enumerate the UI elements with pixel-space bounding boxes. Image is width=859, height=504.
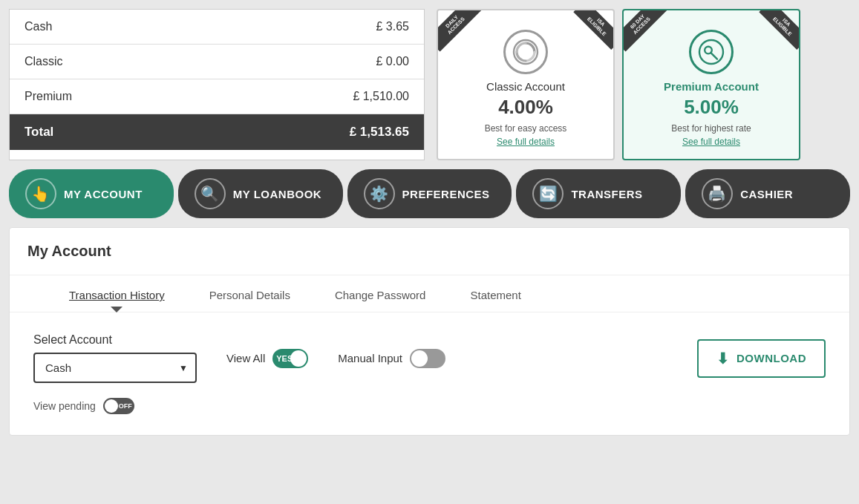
nav-cashier-label: CASHIER — [740, 188, 793, 200]
select-account-input[interactable]: Cash Classic Premium — [33, 353, 197, 383]
manual-input-group: Manual Input NO — [338, 349, 445, 368]
balance-row-amount: £ 1,510.00 — [202, 79, 424, 114]
view-all-group: View All YES — [226, 349, 308, 368]
classic-card-title: Classic Account — [447, 80, 604, 93]
tab-statement[interactable]: Statement — [470, 275, 520, 312]
view-all-toggle-knob — [290, 350, 307, 367]
view-pending-toggle-label: OFF — [119, 402, 132, 410]
select-account-group: Select Account Cash Classic Premium ▼ — [33, 333, 197, 383]
balance-row-label: Classic — [10, 45, 202, 79]
view-pending-toggle[interactable]: OFF — [103, 398, 134, 414]
view-all-label: View All — [226, 352, 265, 364]
balance-row-label: Premium — [10, 79, 202, 114]
main-content: My Account Transaction History Personal … — [9, 227, 850, 436]
balance-row: Classic £ 0.00 — [10, 45, 424, 79]
premium-account-card[interactable]: 60 DAY ACCESS ISA ELIGIBLE Premium Accou… — [622, 9, 800, 160]
tab-transaction-history[interactable]: Transaction History — [69, 275, 165, 312]
download-button[interactable]: ⬇ DOWNLOAD — [697, 339, 826, 378]
manual-input-label: Manual Input — [338, 352, 402, 364]
balance-row-amount: £ 3.65 — [202, 10, 424, 45]
view-all-toggle-label: YES — [276, 354, 293, 363]
balance-table: Cash £ 3.65 Classic £ 0.00 Premium £ 1,5… — [9, 9, 425, 160]
premium-card-rate: 5.00% — [633, 96, 790, 119]
transfers-icon: 🔄 — [532, 178, 564, 209]
balance-row: Premium £ 1,510.00 — [10, 79, 424, 114]
premium-account-icon — [689, 30, 734, 74]
my-loanbook-icon: 🔍 — [195, 178, 226, 209]
classic-isa-banner: ISA ELIGIBLE — [569, 10, 613, 55]
premium-card-subtitle: Best for highest rate — [633, 123, 790, 134]
premium-isa-banner: ISA ELIGIBLE — [754, 10, 799, 55]
view-all-toggle[interactable]: YES — [272, 349, 308, 368]
premium-card-title: Premium Account — [633, 80, 790, 93]
balance-total-row: Total £ 1,513.65 — [10, 114, 424, 151]
total-amount: £ 1,513.65 — [202, 114, 424, 151]
nav-transfers[interactable]: 🔄 TRANSFERS — [516, 169, 681, 218]
my-account-icon: 👆 — [25, 178, 56, 209]
classic-access-banner: DAILY ACCESS — [438, 10, 490, 62]
nav-my-loanbook[interactable]: 🔍 MY LOANBOOK — [178, 169, 343, 218]
balance-row-label: Cash — [10, 10, 202, 45]
select-account-wrapper[interactable]: Cash Classic Premium ▼ — [33, 353, 197, 383]
premium-access-banner: 60 DAY ACCESS — [624, 10, 676, 62]
tab-bar: Transaction History Personal Details Cha… — [10, 275, 849, 312]
balance-row-amount: £ 0.00 — [202, 45, 424, 79]
view-pending-label: View pending — [33, 400, 96, 412]
tab-change-password[interactable]: Change Password — [335, 275, 426, 312]
total-label: Total — [10, 114, 202, 151]
nav-preferences-label: PREFERENCES — [402, 188, 490, 200]
select-account-label: Select Account — [33, 333, 197, 347]
nav-my-loanbook-label: MY LOANBOOK — [233, 188, 321, 200]
classic-card-link[interactable]: See full details — [447, 137, 604, 147]
view-pending-row: View pending OFF — [33, 398, 826, 414]
nav-my-account[interactable]: 👆 MY ACCOUNT — [9, 169, 174, 218]
manual-input-toggle-label: NO — [413, 354, 425, 363]
nav-bar: 👆 MY ACCOUNT 🔍 MY LOANBOOK ⚙️ PREFERENCE… — [0, 169, 859, 227]
view-pending-toggle-knob — [105, 399, 118, 413]
nav-my-account-label: MY ACCOUNT — [64, 188, 143, 200]
balance-row: Cash £ 3.65 — [10, 10, 424, 45]
svg-line-3 — [711, 53, 717, 59]
nav-transfers-label: TRANSFERS — [571, 188, 642, 200]
classic-account-card[interactable]: DAILY ACCESS ISA ELIGIBLE Classic Accoun… — [437, 9, 615, 160]
nav-cashier[interactable]: 🖨️ CASHIER — [685, 169, 850, 218]
classic-account-icon — [503, 30, 548, 74]
tab-personal-details[interactable]: Personal Details — [209, 275, 290, 312]
form-row-main: Select Account Cash Classic Premium ▼ Vi… — [33, 333, 826, 383]
premium-card-link[interactable]: See full details — [633, 137, 790, 147]
cashier-icon: 🖨️ — [702, 178, 733, 209]
classic-card-subtitle: Best for easy access — [447, 123, 604, 134]
tab-content: Select Account Cash Classic Premium ▼ Vi… — [10, 312, 849, 435]
manual-input-toggle[interactable]: NO — [410, 349, 445, 368]
nav-preferences[interactable]: ⚙️ PREFERENCES — [347, 169, 512, 218]
section-title: My Account — [10, 228, 849, 275]
download-icon: ⬇ — [716, 350, 730, 367]
account-cards: DAILY ACCESS ISA ELIGIBLE Classic Accoun… — [437, 9, 800, 160]
classic-card-rate: 4.00% — [447, 96, 604, 119]
download-label: DOWNLOAD — [736, 352, 806, 364]
preferences-icon: ⚙️ — [364, 178, 395, 209]
